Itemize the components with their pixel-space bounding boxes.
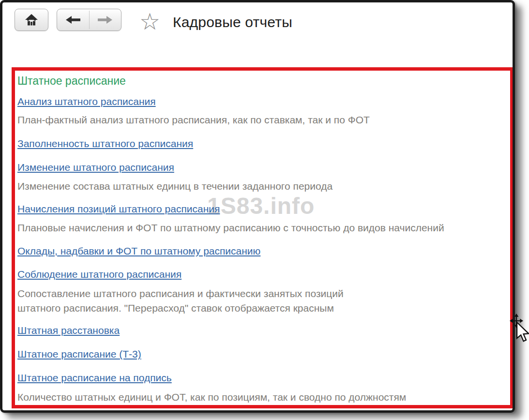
star-outline-icon[interactable]: ☆	[139, 10, 160, 33]
report-link-shtatnoe-raspisanie-t3[interactable]: Штатное расписание (Т-3)	[17, 348, 141, 360]
arrow-right-icon	[97, 15, 113, 25]
watermark-text: 1S83.info	[207, 193, 315, 219]
screenshot-stage: ☆ Кадровые отчеты 1S83.info Штатное расп…	[0, 0, 529, 420]
home-icon	[24, 13, 39, 27]
reports-panel: 1S83.info Штатное расписание Анализ штат…	[12, 67, 514, 408]
mouse-move-cursor	[510, 314, 529, 346]
report-desc-line1: Сопоставление штатного расписания и факт…	[17, 288, 344, 300]
section-heading: Штатное расписание	[17, 75, 126, 88]
report-desc: Количество штатных единиц и ФОТ, как по …	[17, 391, 406, 403]
report-link-shtatnaya-rasstanovka[interactable]: Штатная расстановка	[17, 325, 120, 336]
report-link-na-podpis[interactable]: Штатное расписание на подпись	[17, 372, 172, 384]
home-button[interactable]	[15, 9, 48, 31]
nav-buttons	[57, 9, 121, 31]
report-link-analiz-shtatnogo[interactable]: Анализ штатного расписания	[17, 96, 156, 107]
forward-button[interactable]	[90, 9, 121, 30]
arrow-left-icon	[65, 15, 81, 25]
report-link-nachisleniya-pozitsiy[interactable]: Начисления позиций штатного расписания	[17, 203, 220, 215]
back-button[interactable]	[57, 9, 89, 30]
page-title: Кадровые отчеты	[173, 14, 292, 30]
report-desc: Плановые начисления и ФОТ по штатному ра…	[17, 222, 444, 234]
report-desc: Изменение состава штатных единиц в течен…	[17, 180, 333, 192]
app-window: ☆ Кадровые отчеты 1S83.info Штатное расп…	[0, 0, 515, 413]
report-link-soblyudenie[interactable]: Соблюдение штатного расписания	[17, 269, 181, 280]
report-desc-line2: штатного расписания. "Перерасход" ставок…	[17, 302, 334, 314]
report-link-oklady-nadbavki-fot[interactable]: Оклады, надбавки и ФОТ по штатному распи…	[17, 245, 260, 257]
toolbar: ☆ Кадровые отчеты	[2, 2, 513, 65]
report-link-zapolnennost[interactable]: Заполненность штатного расписания	[17, 138, 193, 150]
report-link-izmenenie[interactable]: Изменение штатного расписания	[17, 162, 174, 173]
report-desc: План-фактный анализ штатного расписания,…	[17, 114, 370, 126]
